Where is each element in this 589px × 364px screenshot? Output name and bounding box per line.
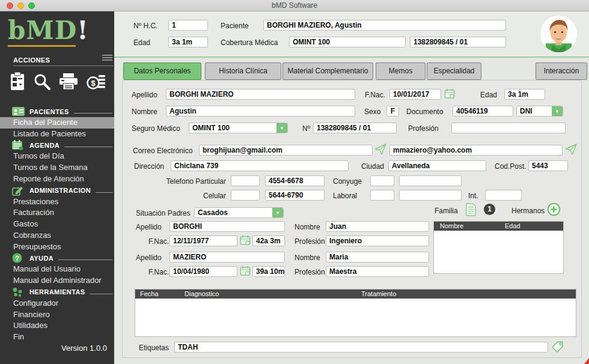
celular-area-input[interactable] xyxy=(231,190,260,201)
datos-personales-panel: Apellido BORGHI MAZIERO F.Nac. 10/01/201… xyxy=(122,80,582,358)
sidebar-item-financiero[interactable]: Financiero xyxy=(0,309,114,321)
correo-label: Correo Electrónico xyxy=(133,145,192,156)
conyuge-input[interactable] xyxy=(399,175,462,186)
direccion-input[interactable]: Chiclana 739 xyxy=(171,160,349,171)
laboral-area-input[interactable] xyxy=(370,190,394,201)
padre-nombre-input[interactable]: Juan xyxy=(326,221,429,232)
clipboard-icon[interactable] xyxy=(10,72,25,94)
familia-table[interactable]: Nombre Edad xyxy=(433,221,564,274)
celular-input[interactable]: 5644-6790 xyxy=(265,190,325,201)
tab-especialidad[interactable]: Especialidad xyxy=(427,62,481,80)
section-header-agenda: AGENDA xyxy=(0,140,114,151)
telefono-particular-area-input[interactable] xyxy=(231,175,260,186)
sidebar-item-manual-del-usuario[interactable]: Manual del Usuario xyxy=(0,264,114,275)
tag-icon[interactable] xyxy=(551,340,564,356)
chevron-down-icon[interactable]: ▾ xyxy=(276,123,287,133)
send-email-icon[interactable] xyxy=(565,143,578,159)
svg-text:$: $ xyxy=(91,79,96,88)
conyuge-area-input[interactable] xyxy=(370,175,394,186)
fnac-input[interactable]: 10/01/2017 xyxy=(389,89,441,100)
chevron-down-icon[interactable]: ▾ xyxy=(272,208,283,217)
documento-tipo-dropdown[interactable]: DNI ▾ xyxy=(516,106,563,117)
historial-col-tratamiento: Tratamiento xyxy=(361,290,396,299)
sidebar-item-prestaciones[interactable]: Prestaciones xyxy=(0,196,114,208)
tab-interaccion[interactable]: Interacción xyxy=(536,62,587,80)
edad-input[interactable]: 3a 1m xyxy=(168,37,208,47)
profesion-input[interactable] xyxy=(451,123,566,133)
nro-afiliado-input[interactable]: 1382809845 / 01 xyxy=(313,123,397,133)
section-header-acciones: ACCIONES xyxy=(13,56,113,66)
sidebar-item-listado-de-pacientes[interactable]: Listado de Pacientes xyxy=(0,129,114,140)
documento-input[interactable]: 40546119 xyxy=(453,106,513,117)
madre-edad-input[interactable]: 39a 10m xyxy=(252,266,285,277)
madre-profesion-input[interactable]: Maestra xyxy=(326,266,429,277)
sidebar-item-ficha-del-paciente[interactable]: Ficha del Paciente xyxy=(0,117,114,129)
sidebar-item-gastos[interactable]: Gastos xyxy=(0,219,114,230)
cobertura-numero-input[interactable]: 1382809845 / 01 xyxy=(410,37,506,47)
sidebar-item-reporte-de-atencion[interactable]: Reporte de Atención xyxy=(0,174,114,185)
situacion-padres-dropdown[interactable]: Casados ▾ xyxy=(194,207,284,218)
hc-input[interactable]: 1 xyxy=(168,20,208,31)
fnac-label: F.Nac. xyxy=(365,89,385,100)
padre-edad-input[interactable]: 42a 3m xyxy=(252,235,285,246)
laboral-input[interactable] xyxy=(399,190,462,201)
historial-table[interactable]: Fecha Diagnostico Tratamiento xyxy=(135,289,576,337)
paciente-input[interactable]: BORGHI MAZIERO, Agustin xyxy=(263,20,506,31)
sidebar-item-utilidades[interactable]: Utilidades xyxy=(0,320,114,332)
tab-memos[interactable]: Memos xyxy=(376,62,426,80)
sidebar-item-presupuestos[interactable]: Presupuestos xyxy=(0,241,114,253)
madre-fnac-input[interactable]: 10/04/1980 xyxy=(169,266,237,277)
patient-photo-avatar[interactable] xyxy=(540,15,578,55)
ayuda-label: AYUDA xyxy=(29,255,53,262)
madre-apellido-label: Apellido xyxy=(136,252,162,263)
sidebar-item-fin[interactable]: Fin xyxy=(0,332,114,343)
tab-historia-clinica[interactable]: Historia Clínica xyxy=(205,62,281,80)
section-header-pacientes: PACIENTES xyxy=(0,106,114,117)
calendar-picker-icon[interactable] xyxy=(444,88,455,102)
chevron-down-icon[interactable]: ▾ xyxy=(552,106,563,116)
padre-profesion-input[interactable]: Ingeniero xyxy=(326,235,429,246)
ciudad-input[interactable]: Avellaneda xyxy=(388,160,486,171)
madre-apellido-input[interactable]: MAZIERO xyxy=(169,252,285,262)
apellido-input[interactable]: BORGHI MAZIERO xyxy=(166,89,355,100)
familia-list-icon[interactable] xyxy=(465,203,477,219)
sidebar-item-turnos-del-dia[interactable]: Turnos del Día xyxy=(0,151,114,162)
section-divider xyxy=(74,113,112,114)
herramientas-dots-icon xyxy=(12,287,25,297)
send-email-icon[interactable] xyxy=(374,143,387,159)
seguro-medico-dropdown[interactable]: OMINT 100 ▾ xyxy=(189,123,288,133)
billing-coins-icon[interactable]: $ xyxy=(87,73,106,93)
telefono-particular-input[interactable]: 4554-6678 xyxy=(265,175,325,186)
sidebar-item-turnos-de-la-semana[interactable]: Turnos de la Semana xyxy=(0,162,114,174)
padre-fnac-input[interactable]: 12/11/1977 xyxy=(169,235,237,246)
padre-apellido-input[interactable]: BORGHI xyxy=(169,221,285,232)
nombre-input[interactable]: Agustin xyxy=(166,106,355,117)
familia-col-nombre: Nombre xyxy=(440,222,463,231)
tab-material-complementario[interactable]: Material Complementario xyxy=(282,62,373,80)
cobertura-label: Cobertura Médica xyxy=(221,37,278,48)
print-icon[interactable] xyxy=(59,73,78,93)
add-hermano-plus-icon[interactable] xyxy=(547,202,561,219)
search-icon[interactable] xyxy=(33,73,51,93)
calendar-picker-icon[interactable] xyxy=(240,235,251,248)
tab-datos-personales[interactable]: Datos Personales xyxy=(123,62,201,80)
apellido-label: Apellido xyxy=(132,89,157,100)
madre-nombre-input[interactable]: Maria xyxy=(326,252,429,262)
hamburger-menu-icon[interactable] xyxy=(102,53,112,62)
familia-table-header: Nombre Edad xyxy=(434,222,563,231)
padre-nombre-label: Nombre xyxy=(294,222,320,232)
calendar-picker-icon[interactable] xyxy=(240,265,251,279)
sidebar-item-configurador[interactable]: Configurador xyxy=(0,298,114,309)
email1-input[interactable]: broghijuan@gmail.com xyxy=(199,145,373,156)
etiquetas-input[interactable]: TDAH xyxy=(174,342,548,353)
edad-form-input[interactable]: 3a 1m xyxy=(504,89,545,100)
svg-text:?: ? xyxy=(15,255,19,262)
email2-input[interactable]: mmaziero@yahoo.com xyxy=(389,145,563,156)
sidebar-item-manual-del-administrador[interactable]: Manual del Administrador xyxy=(0,275,114,287)
cobertura-input[interactable]: OMINT 100 xyxy=(289,37,406,47)
sidebar-item-facturacion[interactable]: Facturación xyxy=(0,207,114,219)
interno-input[interactable] xyxy=(485,190,522,201)
sexo-input[interactable]: F xyxy=(386,106,399,117)
sidebar-item-cobranzas[interactable]: Cobranzas xyxy=(0,230,114,241)
codpost-input[interactable]: 5443 xyxy=(528,160,568,171)
